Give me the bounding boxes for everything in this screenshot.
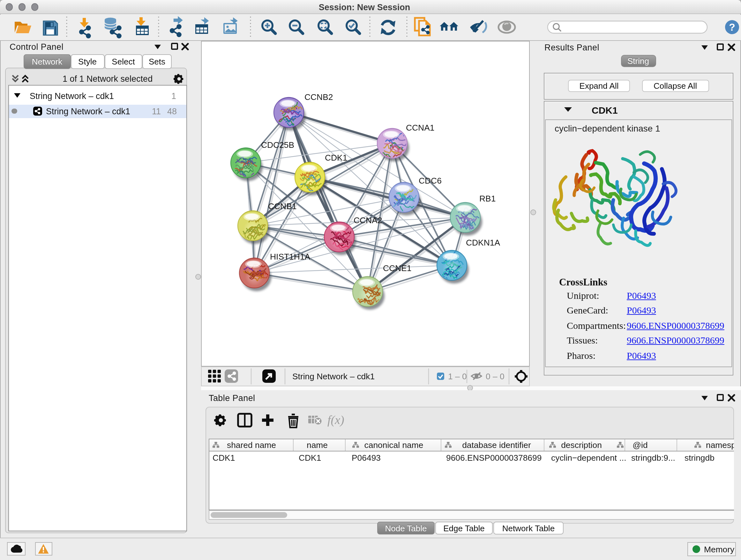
svg-text:CCNB2: CCNB2 bbox=[305, 92, 333, 102]
svg-text:CCNA2: CCNA2 bbox=[354, 215, 382, 225]
svg-text:CDKN1A: CDKN1A bbox=[466, 238, 500, 247]
svg-text:HIST1H1A: HIST1H1A bbox=[270, 252, 311, 261]
svg-text:CDK1: CDK1 bbox=[299, 453, 321, 462]
svg-text:namespac: namespac bbox=[706, 440, 734, 449]
svg-text:CDC6: CDC6 bbox=[419, 176, 442, 185]
svg-text:stringdb: stringdb bbox=[684, 453, 715, 462]
svg-text:canonical name: canonical name bbox=[364, 440, 423, 449]
svg-text:1 – 0: 1 – 0 bbox=[448, 371, 467, 381]
svg-text:cyclin−dependent ...: cyclin−dependent ... bbox=[551, 453, 626, 462]
svg-text:CDK1: CDK1 bbox=[325, 152, 347, 162]
svg-text:description: description bbox=[561, 440, 602, 449]
svg-text:name: name bbox=[307, 440, 328, 449]
svg-text:database identifier: database identifier bbox=[462, 440, 531, 449]
svg-text:f(x): f(x) bbox=[327, 413, 344, 427]
svg-text:0 – 0: 0 – 0 bbox=[486, 371, 504, 381]
svg-text:?: ? bbox=[729, 21, 735, 33]
svg-text:RB1: RB1 bbox=[479, 193, 495, 203]
svg-text:CDK1: CDK1 bbox=[212, 453, 235, 462]
svg-text:shared name: shared name bbox=[227, 440, 276, 449]
svg-text:P06493: P06493 bbox=[352, 453, 381, 462]
svg-text:CCNA1: CCNA1 bbox=[406, 123, 434, 132]
svg-text:stringdb:9...: stringdb:9... bbox=[631, 453, 675, 462]
svg-text:CCNE1: CCNE1 bbox=[383, 263, 411, 273]
svg-text:@id: @id bbox=[632, 440, 648, 449]
svg-text:CDC25B: CDC25B bbox=[261, 140, 294, 149]
svg-text:CCNB1: CCNB1 bbox=[268, 201, 296, 211]
svg-text:9606.ENSP00000378699: 9606.ENSP00000378699 bbox=[446, 453, 542, 462]
svg-text:String Network – cdk1: String Network – cdk1 bbox=[292, 371, 375, 381]
